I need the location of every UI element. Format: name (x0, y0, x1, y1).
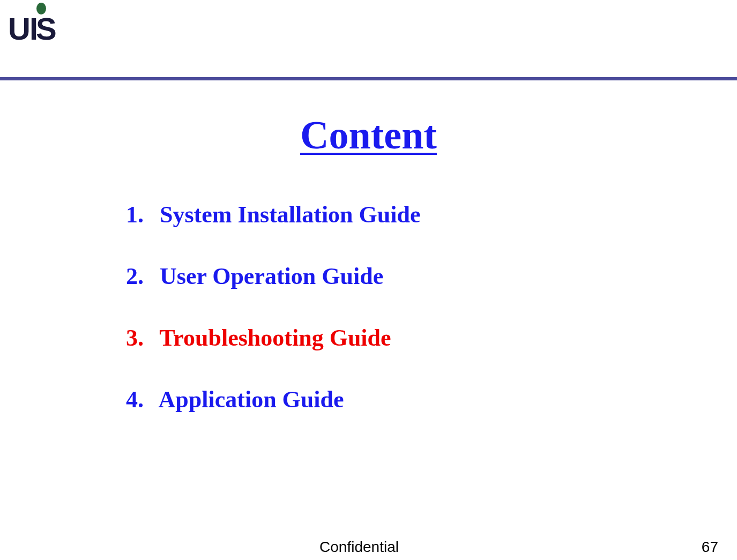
list-item-highlighted: 3. Troubleshooting Guide (126, 324, 737, 352)
item-label: Troubleshooting Guide (159, 325, 391, 351)
page-number: 67 (702, 539, 718, 556)
page-title: Content (0, 113, 737, 158)
footer-label: Confidential (0, 539, 718, 556)
logo-letter-i: I (29, 17, 37, 41)
item-number: 4. (126, 386, 154, 413)
item-label: Application Guide (159, 386, 344, 413)
title-text: Content (300, 113, 437, 157)
item-label: System Installation Guide (160, 201, 421, 228)
logo: U I S (8, 3, 56, 41)
item-label: User Operation Guide (160, 263, 383, 289)
list-item: 2. User Operation Guide (126, 263, 737, 290)
slide-footer: Confidential 67 (0, 539, 737, 556)
list-item: 4. Application Guide (126, 386, 737, 413)
content-list: 1. System Installation Guide 2. User Ope… (0, 201, 737, 413)
logo-letter-u: U (8, 17, 29, 41)
logo-text: U I S (8, 17, 56, 41)
item-number: 2. (126, 263, 154, 290)
item-number: 1. (126, 201, 154, 228)
list-item: 1. System Installation Guide (126, 201, 737, 228)
logo-letter-s: S (36, 17, 56, 41)
slide-header: U I S (0, 0, 737, 80)
item-number: 3. (126, 324, 154, 352)
